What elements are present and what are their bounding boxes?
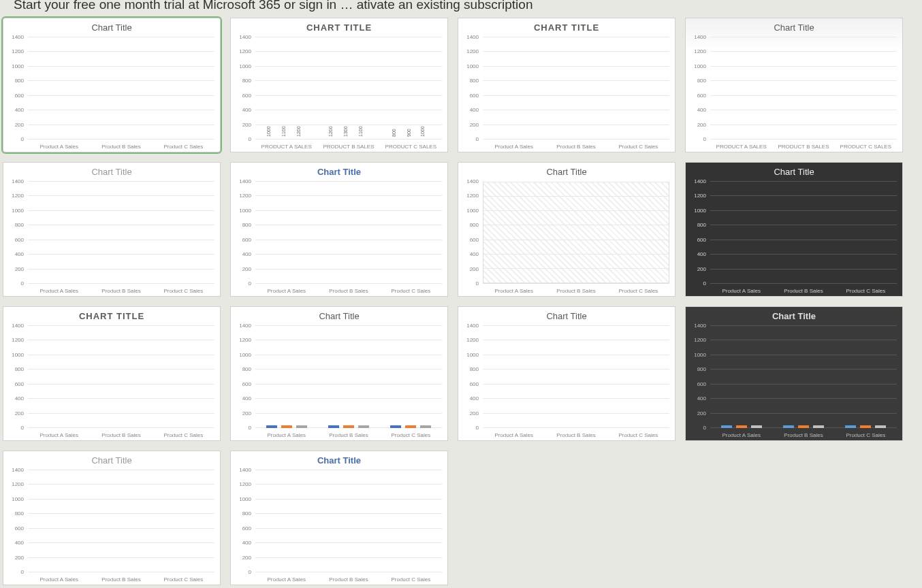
plot-area — [28, 326, 214, 428]
x-axis-labels: Product A SalesProduct B SalesProduct C … — [255, 288, 442, 294]
x-axis-labels: Product A SalesProduct B SalesProduct C … — [483, 144, 669, 150]
bar — [266, 425, 277, 428]
chart-title: CHART TITLE — [458, 18, 675, 34]
y-axis: 0200400600800100012001400 — [458, 182, 481, 284]
x-axis-labels: Product A SalesProduct B SalesProduct C … — [28, 288, 214, 294]
y-axis: 0200400600800100012001400 — [686, 182, 709, 284]
chart-title: Chart Title — [231, 163, 447, 178]
bar-group — [772, 425, 834, 428]
x-axis-labels: Product A SalesProduct B SalesProduct C … — [710, 288, 897, 294]
bar — [783, 425, 794, 428]
chart-title: Chart Title — [686, 18, 902, 34]
bar — [296, 425, 307, 428]
y-axis: 0200400600800100012001400 — [3, 37, 27, 140]
y-axis: 0200400600800100012001400 — [231, 326, 254, 428]
chart-style-1[interactable]: Chart Title0200400600800100012001400Prod… — [3, 18, 221, 152]
y-axis: 0200400600800100012001400 — [231, 470, 254, 572]
x-axis-labels: PRODUCT A SALESPRODUCT B SALESPRODUCT C … — [255, 144, 442, 150]
y-axis: 0200400600800100012001400 — [458, 326, 481, 428]
bar — [343, 425, 354, 428]
y-axis: 0200400600800100012001400 — [686, 326, 709, 428]
chart-style-gallery: Chart Title0200400600800100012001400Prod… — [3, 7, 922, 585]
bar-group — [255, 425, 317, 428]
x-axis-labels: PRODUCT A SALESPRODUCT B SALESPRODUCT C … — [710, 144, 897, 150]
chart-title: Chart Title — [3, 18, 220, 34]
y-axis: 0200400600800100012001400 — [3, 470, 27, 572]
chart-style-9[interactable]: CHART TITLE0200400600800100012001400Prod… — [3, 306, 221, 441]
bar-group — [317, 425, 379, 428]
chart-style-2[interactable]: CHART TITLE02004006008001000120014001000… — [230, 18, 448, 152]
plot-area — [483, 37, 669, 140]
chart-style-8[interactable]: Chart Title0200400600800100012001400Prod… — [685, 162, 903, 297]
chart-style-7[interactable]: Chart Title0200400600800100012001400Prod… — [458, 162, 675, 297]
chart-title: Chart Title — [686, 163, 902, 178]
y-axis: 0200400600800100012001400 — [458, 37, 481, 140]
chart-title: CHART TITLE — [231, 18, 447, 34]
plot-area — [28, 37, 214, 140]
chart-style-6[interactable]: Chart Title0200400600800100012001400Prod… — [230, 162, 448, 297]
bar — [845, 425, 856, 428]
plot-area — [710, 326, 897, 428]
plot-area — [255, 182, 442, 284]
chart-style-5[interactable]: Chart Title0200400600800100012001400Prod… — [3, 162, 221, 297]
bar — [721, 425, 732, 428]
x-axis-labels: Product A SalesProduct B SalesProduct C … — [710, 432, 897, 438]
chart-style-11[interactable]: Chart Title0200400600800100012001400Prod… — [458, 306, 675, 441]
bar — [328, 425, 339, 428]
bar — [736, 425, 747, 428]
y-axis: 0200400600800100012001400 — [3, 326, 27, 428]
plot-area — [28, 182, 214, 284]
chart-title: Chart Title — [231, 307, 447, 323]
plot-area: 1000110012001200130011008009001000 — [710, 37, 897, 140]
bar — [390, 425, 401, 428]
chart-title: Chart Title — [3, 163, 220, 178]
plot-area — [28, 470, 214, 572]
y-axis: 0200400600800100012001400 — [231, 182, 254, 284]
bar — [813, 425, 824, 428]
bar — [420, 425, 431, 428]
chart-style-14[interactable]: Chart Title0200400600800100012001400Prod… — [230, 451, 448, 585]
x-axis-labels: Product A SalesProduct B SalesProduct C … — [28, 432, 214, 438]
x-axis-labels: Product A SalesProduct B SalesProduct C … — [483, 432, 669, 438]
bar — [751, 425, 762, 428]
plot-area — [255, 470, 442, 572]
chart-style-4[interactable]: Chart Title02004006008001000120014001000… — [685, 18, 903, 152]
chart-title: Chart Title — [686, 307, 902, 323]
x-axis-labels: Product A SalesProduct B SalesProduct C … — [28, 144, 214, 150]
chart-style-3[interactable]: CHART TITLE0200400600800100012001400Prod… — [458, 18, 675, 152]
chart-title: Chart Title — [458, 163, 675, 178]
plot-area — [255, 326, 442, 428]
chart-style-13[interactable]: Chart Title0200400600800100012001400Prod… — [3, 451, 221, 585]
y-axis: 0200400600800100012001400 — [686, 37, 709, 140]
bar — [798, 425, 809, 428]
bar — [405, 425, 416, 428]
y-axis: 0200400600800100012001400 — [231, 37, 254, 140]
trial-banner: Start your free one month trial at Micro… — [0, 0, 922, 12]
y-axis: 0200400600800100012001400 — [3, 182, 27, 284]
chart-style-10[interactable]: Chart Title0200400600800100012001400Prod… — [230, 306, 448, 441]
plot-area — [710, 182, 897, 284]
bar-group — [710, 425, 772, 428]
bar-group — [380, 425, 442, 428]
x-axis-labels: Product A SalesProduct B SalesProduct C … — [483, 288, 669, 294]
x-axis-labels: Product A SalesProduct B SalesProduct C … — [255, 432, 442, 438]
chart-title: CHART TITLE — [3, 307, 220, 323]
bar — [875, 425, 886, 428]
chart-style-12[interactable]: Chart Title0200400600800100012001400Prod… — [685, 306, 903, 441]
x-axis-labels: Product A SalesProduct B SalesProduct C … — [255, 576, 442, 583]
chart-title: Chart Title — [3, 451, 220, 467]
chart-title: Chart Title — [231, 451, 447, 467]
bar — [860, 425, 871, 428]
chart-title: Chart Title — [458, 307, 675, 323]
plot-area — [483, 326, 669, 428]
bar-group — [835, 425, 897, 428]
plot-area: 1000110012001200130011008009001000 — [255, 37, 442, 140]
x-axis-labels: Product A SalesProduct B SalesProduct C … — [28, 576, 214, 583]
plot-area — [483, 182, 669, 284]
bar — [281, 425, 292, 428]
bar — [358, 425, 369, 428]
